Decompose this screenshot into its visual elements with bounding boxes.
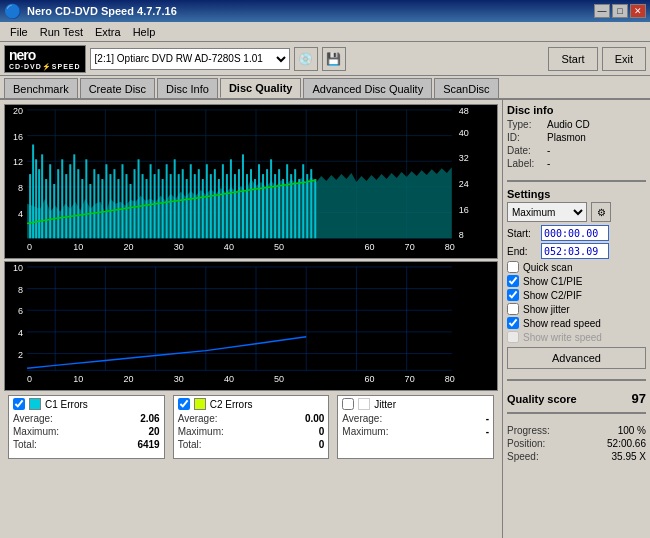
svg-text:30: 30 [174,374,184,384]
nero-logo: nero CD·DVD⚡SPEED [4,45,86,73]
tab-disc-info[interactable]: Disc Info [157,78,218,98]
menu-item-run-test[interactable]: Run Test [34,24,89,40]
svg-rect-88 [314,179,316,238]
title-controls: — □ ✕ [594,4,646,18]
svg-rect-42 [130,184,132,238]
jitter-max-value: - [449,426,489,437]
svg-rect-34 [97,174,99,238]
svg-text:40: 40 [459,128,469,138]
c1-total-label: Total: [13,439,37,450]
settings-title: Settings [507,188,646,200]
progress-value: 100 % [618,425,646,436]
type-label: Type: [507,119,547,130]
svg-rect-79 [278,169,280,238]
exit-button[interactable]: Exit [602,47,646,71]
c1-avg-label: Average: [13,413,53,424]
svg-rect-52 [170,174,172,238]
cdspeed-text: CD·DVD⚡SPEED [9,63,81,71]
maximize-button[interactable]: □ [612,4,628,18]
svg-rect-41 [125,174,127,238]
title-text: Nero CD-DVD Speed 4.7.7.16 [25,5,594,17]
end-time-input[interactable] [541,243,609,259]
svg-rect-44 [138,159,140,238]
svg-rect-86 [306,174,308,238]
svg-text:4: 4 [18,328,23,338]
svg-text:4: 4 [18,209,23,219]
svg-rect-18 [35,159,37,238]
speed-select[interactable]: Maximum 16x 8x 4x [507,202,587,222]
svg-rect-73 [254,179,256,238]
svg-text:8: 8 [18,285,23,295]
svg-text:60: 60 [364,242,374,252]
svg-rect-48 [154,174,156,238]
start-time-input[interactable] [541,225,609,241]
position-value: 52:00.66 [607,438,646,449]
svg-rect-21 [45,179,47,238]
show-c2pif-checkbox[interactable] [507,289,519,301]
menu-item-file[interactable]: File [4,24,34,40]
show-jitter-checkbox[interactable] [507,303,519,315]
svg-text:70: 70 [405,242,415,252]
svg-rect-23 [53,184,55,238]
svg-text:6: 6 [18,306,23,316]
svg-rect-37 [109,174,111,238]
svg-text:60: 60 [364,374,374,384]
tab-disc-quality[interactable]: Disc Quality [220,78,302,98]
svg-rect-76 [266,169,268,238]
quick-scan-checkbox[interactable] [507,261,519,273]
settings-section: Settings Maximum 16x 8x 4x ⚙ Start: End: [507,188,646,369]
menu-item-extra[interactable]: Extra [89,24,127,40]
svg-rect-66 [226,174,228,238]
jitter-avg-label: Average: [342,413,382,424]
settings-icon-button[interactable]: ⚙ [591,202,611,222]
start-button[interactable]: Start [548,47,597,71]
eject-button[interactable]: 💿 [294,47,318,71]
close-button[interactable]: ✕ [630,4,646,18]
tab-scandisc[interactable]: ScanDisc [434,78,498,98]
menu-item-help[interactable]: Help [127,24,162,40]
tab-create-disc[interactable]: Create Disc [80,78,155,98]
c2-checkbox[interactable] [178,398,190,410]
svg-rect-56 [186,179,188,238]
svg-rect-32 [89,184,91,238]
svg-rect-80 [282,179,284,238]
svg-text:20: 20 [13,106,23,116]
c1-color [29,398,41,410]
advanced-button[interactable]: Advanced [507,347,646,369]
show-read-speed-checkbox[interactable] [507,317,519,329]
svg-text:40: 40 [224,242,234,252]
disc-label-value: - [547,158,646,169]
svg-rect-81 [286,164,288,238]
svg-text:70: 70 [405,374,415,384]
progress-section: Progress: 100 % Position: 52:00.66 Speed… [507,424,646,463]
show-write-speed-checkbox[interactable] [507,331,519,343]
svg-text:80: 80 [445,374,455,384]
quality-score-value: 97 [632,391,646,406]
save-button[interactable]: 💾 [322,47,346,71]
show-c1pie-checkbox[interactable] [507,275,519,287]
svg-rect-62 [210,174,212,238]
jitter-checkbox[interactable] [342,398,354,410]
c2-total-value: 0 [284,439,324,450]
svg-rect-70 [242,154,244,238]
disc-info-section: Disc info Type: Audio CD ID: Plasmon Dat… [507,104,646,170]
svg-rect-16 [29,174,31,238]
top-chart: 20 16 12 8 4 48 40 32 24 16 8 0 10 20 30… [4,104,498,259]
tab-advanced-disc-quality[interactable]: Advanced Disc Quality [303,78,432,98]
svg-rect-20 [41,154,43,238]
svg-rect-40 [121,164,123,238]
jitter-color [358,398,370,410]
c2-avg-label: Average: [178,413,218,424]
svg-text:0: 0 [27,242,32,252]
progress-label: Progress: [507,425,550,436]
svg-rect-58 [194,174,196,238]
tab-benchmark[interactable]: Benchmark [4,78,78,98]
drive-select[interactable]: [2:1] Optiarc DVD RW AD-7280S 1.01 [90,48,290,70]
show-write-speed-label: Show write speed [523,332,602,343]
speed-label: Speed: [507,451,539,462]
c1-checkbox[interactable] [13,398,25,410]
svg-rect-39 [117,179,119,238]
minimize-button[interactable]: — [594,4,610,18]
svg-rect-83 [294,169,296,238]
menu-bar: FileRun TestExtraHelp [0,22,650,42]
